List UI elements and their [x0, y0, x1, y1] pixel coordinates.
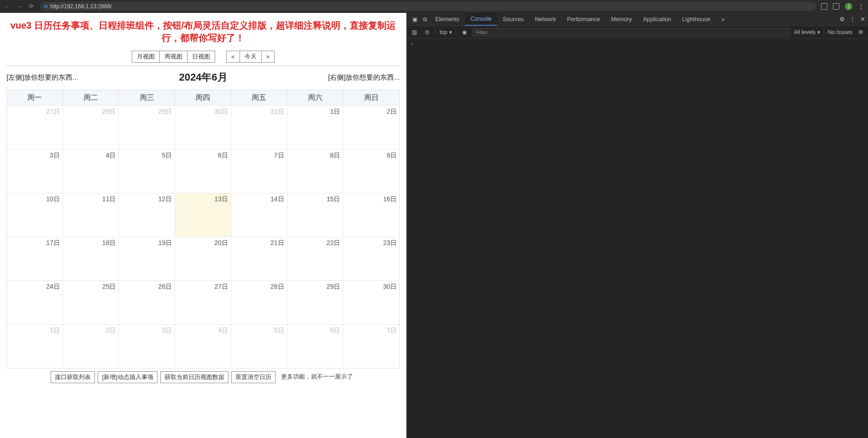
devtools-tab-elements[interactable]: Elements: [430, 13, 465, 26]
devtools-tab-performance[interactable]: Performance: [562, 13, 606, 26]
day-view-button[interactable]: 日视图: [188, 51, 215, 63]
day-number: 12日: [158, 195, 172, 204]
calendar-cell[interactable]: 6日: [175, 149, 231, 193]
calendar-cell[interactable]: 7日: [343, 324, 399, 368]
calendar-cell[interactable]: 2日: [63, 324, 119, 368]
calendar-cell[interactable]: 26日: [119, 280, 175, 324]
day-number: 7日: [274, 152, 284, 160]
chevron-down-icon: ▾: [449, 29, 452, 35]
calendar-cell[interactable]: 22日: [287, 237, 344, 280]
calendar-cell[interactable]: 5日: [119, 149, 175, 193]
calendar-cell[interactable]: 8日: [287, 149, 344, 193]
calendar-cell[interactable]: 10日: [7, 193, 63, 237]
day-number: 21日: [270, 239, 284, 247]
log-levels-selector[interactable]: All levels ▾: [794, 29, 820, 35]
today-button[interactable]: 今天: [240, 51, 262, 63]
day-number: 26日: [158, 283, 172, 291]
nav-back-icon[interactable]: ←: [4, 3, 11, 10]
device-toggle-icon[interactable]: ⧉: [420, 16, 430, 23]
calendar-cell[interactable]: 29日: [119, 105, 175, 149]
inspect-icon[interactable]: ▣: [410, 16, 420, 23]
calendar-cell[interactable]: 28日: [231, 280, 287, 324]
console-sidebar-toggle-icon[interactable]: ▥: [410, 29, 419, 35]
calendar-cell[interactable]: 24日: [7, 280, 63, 324]
calendar-cell[interactable]: 29日: [287, 280, 344, 324]
next-button[interactable]: >: [262, 51, 275, 63]
console-clear-icon[interactable]: ⊘: [422, 29, 432, 35]
weekday-header: 周三: [119, 90, 175, 105]
calendar-cell[interactable]: 3日: [119, 324, 175, 368]
add-event-button[interactable]: [新增]动态插入事项: [98, 371, 157, 383]
calendar-cell[interactable]: 14日: [231, 193, 287, 237]
devtools-menu-icon[interactable]: ⋮: [850, 16, 856, 23]
calendar-cell[interactable]: 27日: [175, 280, 231, 324]
calendar-cell[interactable]: 25日: [63, 280, 119, 324]
context-selector[interactable]: top ▾: [440, 29, 452, 35]
day-number: 11日: [102, 195, 116, 204]
extensions-icon[interactable]: [833, 3, 839, 10]
calendar-cell[interactable]: 31日: [231, 105, 287, 149]
calendar-cell[interactable]: 30日: [343, 280, 399, 324]
calendar-cell[interactable]: 13日: [175, 193, 231, 237]
console-filter-input[interactable]: Filter: [473, 28, 790, 36]
devtools-tab-network[interactable]: Network: [529, 13, 562, 26]
calendar-cell[interactable]: 2日: [343, 105, 399, 149]
devtools-settings-icon[interactable]: ⚙: [839, 16, 845, 23]
nav-forward-icon[interactable]: →: [16, 3, 23, 10]
devtools-tab-sources[interactable]: Sources: [497, 13, 529, 26]
calendar-cell[interactable]: 17日: [7, 237, 63, 280]
calendar-cell[interactable]: 19日: [119, 237, 175, 280]
bottom-actions: 接口获取列表 [新增]动态插入事项 获取当前日历视图数据 重置清空日历 更多功能…: [0, 368, 406, 386]
devtools-tab-memory[interactable]: Memory: [605, 13, 637, 26]
nav-reload-icon[interactable]: ⟳: [28, 3, 35, 10]
calendar-cell[interactable]: 18日: [63, 237, 119, 280]
devtools-tab-more[interactable]: »: [716, 13, 730, 26]
devtools-tab-application[interactable]: Application: [637, 13, 676, 26]
calendar-cell[interactable]: 11日: [63, 193, 119, 237]
fetch-list-button[interactable]: 接口获取列表: [51, 371, 95, 383]
day-number: 28日: [102, 108, 116, 116]
browser-menu-icon[interactable]: ⋮: [858, 3, 864, 10]
prev-button[interactable]: <: [226, 51, 240, 63]
reset-button[interactable]: 重置清空日历: [231, 371, 276, 383]
responsive-icon[interactable]: [821, 3, 827, 10]
month-view-button[interactable]: 月视图: [132, 51, 160, 63]
day-number: 1日: [330, 108, 340, 116]
devtools-tab-lighthouse[interactable]: Lighthouse: [677, 13, 716, 26]
devtools-close-icon[interactable]: ✕: [860, 16, 865, 23]
week-view-button[interactable]: 周视图: [160, 51, 188, 63]
browser-right-icons: J ⋮: [821, 3, 864, 10]
browser-toolbar: ← → ⟳ ⧉ http://192.168.1.13:2888/ J ⋮: [0, 0, 868, 13]
calendar-cell[interactable]: 9日: [343, 149, 399, 193]
calendar-cell[interactable]: 20日: [175, 237, 231, 280]
url-bar[interactable]: ⧉ http://192.168.1.13:2888/: [40, 2, 816, 11]
calendar-cell[interactable]: 30日: [175, 105, 231, 149]
calendar-cell[interactable]: 1日: [7, 324, 63, 368]
day-number: 8日: [330, 152, 340, 160]
weekday-header: 周一: [7, 90, 63, 105]
calendar-cell[interactable]: 23日: [343, 237, 399, 280]
calendar-cell[interactable]: 6日: [287, 324, 344, 368]
calendar-cell[interactable]: 5日: [231, 324, 287, 368]
console-settings-icon[interactable]: ⚙: [856, 29, 865, 35]
filter-placeholder: Filter: [476, 29, 488, 35]
calendar-cell[interactable]: 27日: [7, 105, 63, 149]
devtools-tab-console[interactable]: Console: [465, 13, 497, 26]
calendar-cell[interactable]: 12日: [119, 193, 175, 237]
calendar-cell[interactable]: 3日: [7, 149, 63, 193]
calendar-cell[interactable]: 16日: [343, 193, 399, 237]
calendar-cell[interactable]: 4日: [175, 324, 231, 368]
calendar-cell[interactable]: 1日: [287, 105, 344, 149]
calendar-cell[interactable]: 21日: [231, 237, 287, 280]
get-view-data-button[interactable]: 获取当前日历视图数据: [160, 371, 229, 383]
page-content: vue3 日历任务事项、日程排班组件，按钮/布局灵活自定义排版，超详细注释说明，…: [0, 13, 406, 438]
console-body[interactable]: ›: [407, 39, 868, 438]
day-number: 27日: [46, 108, 60, 116]
live-expression-icon[interactable]: ◉: [460, 29, 469, 35]
calendar-cell[interactable]: 28日: [63, 105, 119, 149]
calendar-cell[interactable]: 7日: [231, 149, 287, 193]
site-info-icon[interactable]: ⧉: [44, 4, 47, 9]
calendar-cell[interactable]: 4日: [63, 149, 119, 193]
calendar-cell[interactable]: 15日: [287, 193, 344, 237]
profile-avatar[interactable]: J: [845, 3, 852, 10]
